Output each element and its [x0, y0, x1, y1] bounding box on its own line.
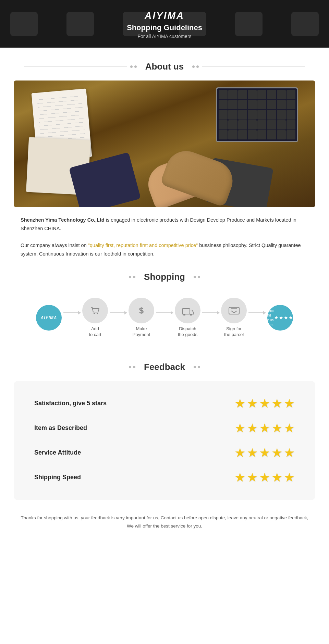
flow-arrow-4: [202, 312, 219, 313]
feedback-divider-left: [23, 367, 125, 367]
star-4-5: ★: [284, 470, 295, 485]
header-content: AIYIMA Shopping Guidelines For all AIYIM…: [7, 10, 322, 39]
star-1-5: ★: [284, 396, 295, 411]
about-p2-intro: Our company always insist on: [21, 243, 88, 248]
star-1-3: ★: [259, 396, 270, 411]
dispatch-label: Dispatchthe goods: [178, 326, 197, 338]
shopping-title: Shopping: [139, 272, 190, 282]
divider-line-left: [24, 66, 127, 67]
feedback-card: Satisfaction, give 5 stars ★ ★ ★ ★ ★ Ite…: [14, 381, 315, 500]
flow-arrow-3: [156, 312, 173, 313]
sdot-1: [129, 276, 131, 278]
company-name: Shenzhen Yima Technology Co.,Ltd: [21, 217, 105, 223]
feedback-row-4: Shipping Speed ★ ★ ★ ★ ★: [27, 465, 302, 490]
shopping-divider: Shopping: [0, 272, 329, 282]
feedback-label-3: Service Attitude: [34, 449, 81, 456]
confirm-circle: Confirm andgive us 5 stars ★★★ ★★: [267, 305, 293, 331]
about-image: [14, 80, 315, 207]
sdot-2: [133, 276, 135, 278]
shopping-dots-left: [129, 276, 135, 278]
laptop-screen: [217, 88, 297, 141]
fdot-3: [194, 366, 196, 368]
star-4-4: ★: [271, 470, 282, 485]
dispatch-circle: [175, 298, 200, 323]
svg-rect-2: [182, 309, 190, 314]
dot-4: [196, 65, 199, 68]
feedback-label-4: Shipping Speed: [34, 474, 81, 481]
laptop: [216, 87, 298, 142]
flow-step-brand: AIYIMA: [36, 305, 62, 331]
feedback-label-1: Satisfaction, give 5 stars: [34, 400, 107, 407]
cart-label: Addto cart: [89, 326, 101, 338]
flow-arrow-2: [110, 312, 127, 313]
handshake-scene: [14, 80, 315, 207]
star-1-2: ★: [247, 396, 258, 411]
flow-step-dispatch: Dispatchthe goods: [175, 298, 200, 338]
divider-dots-right: [192, 65, 199, 68]
star-3-2: ★: [247, 446, 258, 460]
star-4-1: ★: [234, 470, 245, 485]
feedback-row-1: Satisfaction, give 5 stars ★ ★ ★ ★ ★: [27, 391, 302, 416]
brand-circle: AIYIMA: [36, 305, 62, 331]
fdot-4: [198, 366, 200, 368]
divider-dots-left: [130, 65, 137, 68]
shopping-divider-left: [23, 277, 125, 277]
header-title: Shopping Guidelines: [7, 23, 322, 32]
star-1-1: ★: [234, 396, 245, 411]
about-section: About us: [0, 61, 329, 258]
star-3-5: ★: [284, 446, 295, 460]
flow-step-payment: $ MakePayment: [129, 298, 154, 338]
cart-circle: [82, 298, 108, 323]
shopping-dots-right: [194, 276, 200, 278]
star-3-4: ★: [271, 446, 282, 460]
star-2-1: ★: [234, 421, 245, 435]
star-2-2: ★: [247, 421, 258, 435]
sign-circle: [221, 298, 247, 323]
about-divider: About us: [0, 61, 329, 72]
flow-arrow-1: [63, 312, 81, 313]
header-section: AIYIMA Shopping Guidelines For all AIYIM…: [0, 0, 329, 48]
shopping-divider-right: [204, 277, 306, 277]
payment-circle: $: [129, 298, 154, 323]
fdot-1: [129, 366, 131, 368]
shopping-section: Shopping AIYIMA Addto cart: [0, 272, 329, 348]
header-subtitle: For all AIYIMA customers: [7, 34, 322, 39]
about-paragraph-2: Our company always insist on "quality fi…: [21, 241, 308, 258]
divider-line-right: [202, 66, 305, 67]
dot-3: [192, 65, 195, 68]
star-2-3: ★: [259, 421, 270, 435]
dot-1: [130, 65, 133, 68]
flow-step-confirm: Confirm andgive us 5 stars ★★★ ★★: [267, 305, 293, 331]
stars-4: ★ ★ ★ ★ ★: [234, 470, 295, 485]
feedback-section: Feedback Satisfaction, give 5 stars ★ ★ …: [0, 362, 329, 500]
stars-3: ★ ★ ★ ★ ★: [234, 446, 295, 460]
shopping-flow: AIYIMA Addto cart $ MakePayment: [0, 291, 329, 348]
star-2-4: ★: [271, 421, 282, 435]
flow-step-sign: Sign forthe parcel: [221, 298, 247, 338]
footer-text: Thanks for shopping with us, your feedba…: [0, 510, 329, 544]
sign-label: Sign forthe parcel: [224, 326, 244, 338]
sdot-3: [194, 276, 196, 278]
feedback-label-2: Item as Described: [34, 424, 87, 432]
star-4-3: ★: [259, 470, 270, 485]
about-paragraph-1: Shenzhen Yima Technology Co.,Ltd is enga…: [21, 216, 308, 233]
brand-logo: AIYIMA: [7, 10, 322, 21]
star-4-2: ★: [247, 470, 258, 485]
feedback-divider: Feedback: [0, 362, 329, 372]
feedback-dots-right: [194, 366, 200, 368]
svg-point-0: [94, 313, 95, 314]
fdot-2: [133, 366, 135, 368]
sdot-4: [198, 276, 200, 278]
feedback-title: Feedback: [139, 362, 190, 372]
feedback-row-3: Service Attitude ★ ★ ★ ★ ★: [27, 441, 302, 465]
svg-point-1: [97, 313, 98, 314]
dot-2: [134, 65, 137, 68]
stars-2: ★ ★ ★ ★ ★: [234, 421, 295, 435]
flow-step-cart: Addto cart: [82, 298, 108, 338]
stars-1: ★ ★ ★ ★ ★: [234, 396, 295, 411]
star-1-4: ★: [271, 396, 282, 411]
star-2-5: ★: [284, 421, 295, 435]
payment-label: MakePayment: [133, 326, 150, 338]
star-3-3: ★: [259, 446, 270, 460]
feedback-row-2: Item as Described ★ ★ ★ ★ ★: [27, 416, 302, 441]
